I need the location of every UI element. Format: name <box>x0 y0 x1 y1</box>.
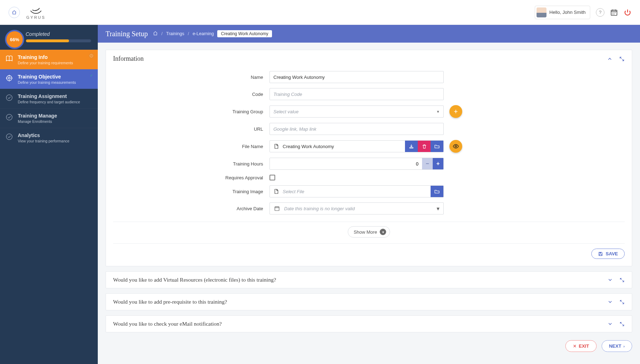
preview-file-button[interactable] <box>449 140 462 153</box>
svg-point-2 <box>91 56 92 57</box>
panel-question: Would you like to check your eMail notif… <box>113 321 222 327</box>
step-sub: View your training performance <box>18 139 92 143</box>
panel-email-notification[interactable]: Would you like to check your eMail notif… <box>106 315 632 332</box>
step-sub: Define your training measurements <box>18 80 92 85</box>
power-icon <box>624 9 631 16</box>
expand-icon <box>619 277 625 283</box>
panel-question: Would you like to add pre-requisite to t… <box>113 299 227 305</box>
user-menu[interactable]: Hello, John Smith <box>535 6 590 19</box>
svg-point-6 <box>6 114 12 120</box>
plus-icon <box>453 109 459 114</box>
training-image-field[interactable]: Select File <box>270 185 444 197</box>
browse-image-button[interactable] <box>431 186 443 197</box>
breadcrumb: / Trainings / e-Learning Creating Work A… <box>153 30 272 37</box>
panel-virtual-resources[interactable]: Would you like to add Virtual Resources … <box>106 271 632 288</box>
exit-button[interactable]: EXIT <box>565 340 597 352</box>
step-title: Training Objective <box>18 74 92 80</box>
check-circle-icon <box>5 132 14 141</box>
document-icon <box>270 189 283 194</box>
book-icon <box>5 54 14 63</box>
chevron-down-icon <box>607 277 613 283</box>
file-name-field[interactable]: Creating Work Autonomy <box>270 140 444 152</box>
label-archive-date: Archive Date <box>113 206 270 211</box>
delete-file-button[interactable] <box>418 141 431 152</box>
expand-icon <box>619 321 625 327</box>
toggle-panel-button[interactable] <box>607 277 613 283</box>
sidebar-step-training-assignment[interactable]: Training Assignment Define frequency and… <box>0 89 98 108</box>
panel-prerequisite[interactable]: Would you like to add pre-requisite to t… <box>106 293 632 310</box>
collapse-panel-button[interactable] <box>607 56 613 62</box>
svg-rect-10 <box>275 207 279 211</box>
download-file-button[interactable] <box>405 141 418 152</box>
requires-approval-checkbox[interactable] <box>270 175 275 180</box>
check-circle-icon <box>5 93 14 102</box>
training-group-select[interactable]: Select value ▼ <box>270 105 444 118</box>
sidebar-step-analytics[interactable]: Analytics View your training performance <box>0 128 98 147</box>
close-icon <box>573 344 577 348</box>
training-hours-input[interactable] <box>270 158 422 169</box>
label-name: Name <box>113 75 270 80</box>
expand-icon <box>619 56 625 62</box>
label-url: URL <box>113 126 270 132</box>
expand-panel-button[interactable] <box>619 299 625 305</box>
step-title: Training Manage <box>18 113 92 119</box>
document-icon <box>270 143 283 149</box>
folder-icon <box>434 189 440 194</box>
code-input[interactable] <box>270 88 444 100</box>
expand-panel-button[interactable] <box>619 277 625 283</box>
step-sub: Define frequency and target audience <box>18 100 92 104</box>
chevron-down-icon <box>607 321 613 327</box>
calendar-icon <box>270 206 284 211</box>
home-icon <box>153 31 158 36</box>
toggle-panel-button[interactable] <box>607 321 613 327</box>
sidebar-step-training-info[interactable]: Training Info Define your training requi… <box>0 50 98 69</box>
svg-point-7 <box>6 134 12 140</box>
training-image-placeholder: Select File <box>283 189 431 194</box>
next-button[interactable]: NEXT › <box>602 340 632 352</box>
expand-panel-button[interactable] <box>619 321 625 327</box>
logo-text: GYRUS <box>26 15 46 20</box>
ok-badge: ✓ <box>89 72 94 78</box>
save-button[interactable]: SAVE <box>591 249 625 259</box>
logout-button[interactable] <box>624 9 631 16</box>
name-input[interactable] <box>270 71 444 83</box>
archive-date-field[interactable]: Date this training is no longer valid ▾ <box>270 202 444 214</box>
breadcrumb-current: Creating Work Autonomy <box>217 30 272 37</box>
svg-rect-8 <box>410 147 413 148</box>
panel-title: Information <box>113 55 144 63</box>
toggle-panel-button[interactable] <box>607 299 613 305</box>
page-title: Training Setup <box>106 30 148 38</box>
browse-file-button[interactable] <box>431 141 443 152</box>
home-button[interactable] <box>9 7 20 18</box>
expand-panel-button[interactable] <box>619 56 625 62</box>
calendar-button[interactable] <box>610 9 618 16</box>
logo: GYRUS <box>26 5 46 20</box>
url-input[interactable] <box>270 123 444 135</box>
step-title: Analytics <box>18 132 92 138</box>
step-title: Training Info <box>18 54 92 60</box>
warning-badge <box>89 53 94 59</box>
breadcrumb-trainings[interactable]: Trainings <box>166 31 184 36</box>
main-area: Training Setup / Trainings / e-Learning … <box>98 25 640 364</box>
help-button[interactable]: ? <box>596 8 604 17</box>
label-code: Code <box>113 92 270 97</box>
add-training-group-button[interactable] <box>449 105 462 118</box>
sidebar-step-training-manage[interactable]: Training Manage Manage Enrollments <box>0 108 98 128</box>
sidebar-step-training-objective[interactable]: Training Objective Define your training … <box>0 69 98 89</box>
expand-icon <box>619 299 625 305</box>
label-training-hours: Training Hours <box>113 161 270 167</box>
show-more-button[interactable]: Show More ▾ <box>348 226 390 238</box>
label-requires-approval: Requires Approval <box>113 175 270 180</box>
user-greeting: Hello, John Smith <box>549 10 586 15</box>
progress-percent-badge: 66% <box>5 30 24 49</box>
target-icon <box>5 74 14 82</box>
breadcrumb-home[interactable] <box>153 31 158 37</box>
svg-point-9 <box>455 146 457 147</box>
breadcrumb-elearning[interactable]: e-Learning <box>193 31 214 36</box>
decrement-hours-button[interactable]: − <box>422 158 433 169</box>
archive-date-placeholder: Date this training is no longer valid <box>284 206 433 211</box>
avatar <box>537 7 546 17</box>
chevron-down-icon: ▾ <box>380 229 386 235</box>
increment-hours-button[interactable]: + <box>433 158 443 169</box>
home-icon <box>12 10 17 15</box>
